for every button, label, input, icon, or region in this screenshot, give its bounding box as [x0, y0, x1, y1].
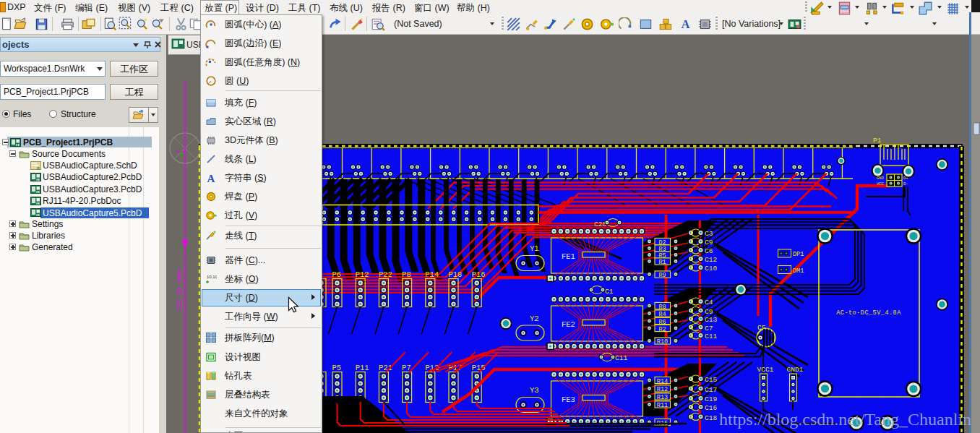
svg-text:P11: P11 — [356, 364, 369, 372]
svg-text:Y1: Y1 — [530, 244, 539, 253]
svg-text:A: A — [207, 173, 215, 184]
svg-text:C19: C19 — [705, 395, 717, 403]
svg-text:VCC: VCC — [877, 181, 885, 187]
svg-text:10,10: 10,10 — [207, 275, 217, 279]
svg-text:VCC1: VCC1 — [757, 366, 774, 374]
svg-text:R12: R12 — [657, 386, 668, 393]
svg-text:C4: C4 — [705, 299, 713, 306]
svg-text:C1: C1 — [605, 288, 614, 296]
svg-text:Y3: Y3 — [530, 386, 539, 395]
svg-text:C6: C6 — [705, 247, 713, 255]
svg-text:P12: P12 — [356, 270, 369, 279]
svg-text:125.20 (mm): 125.20 (mm) — [176, 268, 184, 311]
svg-text:C20: C20 — [594, 220, 606, 228]
svg-text:C11: C11 — [705, 333, 717, 340]
svg-text:C11: C11 — [615, 354, 627, 362]
svg-text:P14: P14 — [425, 270, 439, 279]
svg-text:C13: C13 — [705, 316, 717, 324]
svg-text:GND: GND — [877, 176, 885, 181]
svg-text:R2: R2 — [658, 326, 666, 333]
svg-text:C3: C3 — [705, 230, 713, 238]
svg-text:C10: C10 — [705, 265, 717, 273]
svg-text:R1: R1 — [658, 259, 666, 266]
svg-text:R8: R8 — [658, 304, 666, 311]
svg-text:https://blog.csdn.net/Tang_Chu: https://blog.csdn.net/Tang_Chuanlin — [719, 410, 971, 429]
svg-text:DP1: DP1 — [793, 251, 804, 258]
svg-text:C15: C15 — [705, 376, 717, 384]
svg-text:P1: P1 — [873, 137, 882, 145]
svg-text:C16: C16 — [705, 404, 717, 412]
svg-text:P8: P8 — [402, 270, 411, 279]
svg-text:C7: C7 — [705, 325, 713, 333]
svg-text:D+: D+ — [903, 176, 908, 181]
svg-text:R14: R14 — [657, 378, 668, 385]
svg-text:R11: R11 — [657, 402, 668, 409]
svg-text:C12: C12 — [705, 256, 717, 264]
svg-text:DM1: DM1 — [793, 267, 804, 275]
svg-text:FE2: FE2 — [562, 320, 575, 329]
svg-text:P22: P22 — [379, 270, 392, 279]
svg-text:R13: R13 — [657, 394, 668, 401]
svg-text:C9: C9 — [705, 239, 713, 246]
svg-text:C17: C17 — [705, 386, 717, 394]
svg-text:FE1: FE1 — [562, 252, 575, 261]
svg-text:Y2: Y2 — [530, 314, 539, 323]
svg-text:C18: C18 — [705, 414, 717, 422]
svg-text:P6: P6 — [332, 270, 342, 279]
svg-text:FE3: FE3 — [562, 395, 575, 404]
svg-text:AC-to-DC_5V_4.8A: AC-to-DC_5V_4.8A — [836, 309, 901, 317]
svg-text:R9: R9 — [658, 272, 666, 279]
svg-text:A: A — [682, 17, 690, 31]
svg-text:P16: P16 — [472, 270, 486, 279]
svg-text:R10: R10 — [657, 338, 668, 346]
svg-text:R4: R4 — [658, 311, 666, 318]
svg-text:P5: P5 — [332, 364, 342, 372]
svg-text:P18: P18 — [449, 270, 463, 279]
svg-text:C9: C9 — [705, 308, 713, 316]
svg-text:D-: D- — [903, 181, 908, 187]
svg-text:GND1: GND1 — [787, 366, 804, 374]
